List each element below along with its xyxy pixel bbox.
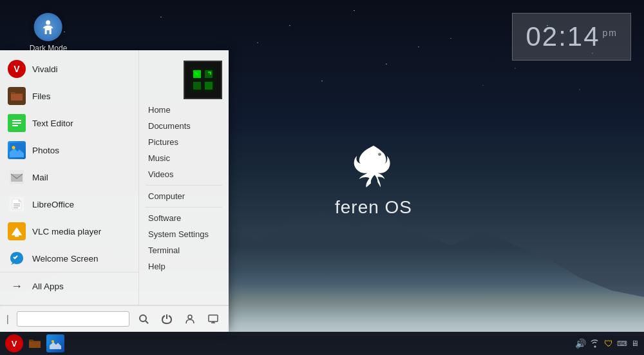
- place-music[interactable]: Music: [139, 150, 229, 166]
- clock-ampm: pm: [603, 28, 618, 38]
- feren-logo: feren OS: [335, 138, 412, 218]
- clock-time: 02:14pm: [526, 21, 618, 52]
- tray-keyboard[interactable]: ⌨: [617, 340, 627, 348]
- all-apps-icon: →: [8, 277, 26, 295]
- menu-item-vivaldi[interactable]: V Vivaldi: [0, 55, 138, 82]
- dark-mode-icon: [34, 13, 62, 41]
- svg-rect-17: [15, 235, 19, 237]
- vivaldi-label: Vivaldi: [32, 64, 58, 74]
- taskbar-photos[interactable]: [46, 334, 64, 352]
- svg-point-1: [46, 21, 51, 25]
- taskbar-photos-icon: [50, 338, 61, 349]
- taskbar-tray: 🔊 🛡 ⌨ 🖥: [575, 338, 639, 350]
- all-apps-item[interactable]: → All Apps: [0, 272, 138, 300]
- menu-search-button[interactable]: [135, 310, 153, 328]
- menu-bottom-bar: |: [0, 305, 229, 332]
- menu-item-libreoffice[interactable]: LibreOffice: [0, 191, 138, 218]
- tray-display[interactable]: 🖥: [631, 339, 639, 348]
- feren-bird-icon: [348, 138, 399, 189]
- svg-rect-5: [12, 125, 18, 126]
- menu-display-button[interactable]: [204, 310, 222, 328]
- taskbar-files-icon: [28, 336, 42, 350]
- desktop: feren OS 02:14pm Dark Mode V Vivaldi: [0, 0, 644, 355]
- svg-rect-22: [205, 82, 213, 90]
- vlc-svg-icon: [10, 224, 24, 238]
- welcome-icon: [8, 249, 26, 267]
- welcome-svg-icon: [9, 251, 24, 266]
- menu-places: Home Documents Pictures Music Videos Com…: [138, 50, 229, 305]
- clock-widget: 02:14pm: [512, 13, 631, 61]
- place-home[interactable]: Home: [139, 102, 229, 118]
- app-menu: V Vivaldi Files: [0, 50, 229, 332]
- texteditor-svg-icon: [10, 116, 24, 130]
- menu-item-vlc[interactable]: VLC media player: [0, 218, 138, 245]
- place-software[interactable]: Software: [139, 210, 229, 226]
- tray-shield[interactable]: 🛡: [604, 338, 613, 349]
- svg-point-8: [12, 146, 15, 149]
- menu-power-button[interactable]: [158, 310, 176, 328]
- taskbar-files[interactable]: [26, 334, 44, 352]
- svg-rect-4: [12, 122, 21, 124]
- user-icon: [185, 314, 195, 324]
- places-divider-1: [146, 185, 222, 186]
- texteditor-label: Text Editor: [32, 119, 73, 128]
- place-computer[interactable]: Computer: [139, 188, 229, 204]
- power-icon: [162, 314, 172, 324]
- svg-rect-20: [205, 70, 213, 78]
- taskbar: V 🔊: [0, 332, 644, 355]
- tray-speaker[interactable]: 🔊: [575, 338, 586, 349]
- display-icon: [208, 314, 218, 324]
- svg-point-23: [140, 315, 146, 321]
- places-top: [139, 55, 229, 102]
- photos-icon: [8, 141, 26, 159]
- svg-rect-26: [209, 315, 218, 321]
- svg-point-25: [188, 315, 192, 319]
- welcome-label: Welcome Screen: [32, 254, 99, 264]
- places-divider-2: [146, 207, 222, 207]
- menu-item-mail[interactable]: Mail: [0, 164, 138, 191]
- folder-icon: [10, 89, 24, 103]
- taskbar-vivaldi[interactable]: V: [5, 334, 23, 352]
- app-thumbnail: [184, 61, 222, 99]
- svg-point-0: [378, 153, 381, 156]
- svg-rect-21: [193, 82, 201, 90]
- vlc-icon: [8, 222, 26, 240]
- menu-top-section: V Vivaldi Files: [0, 50, 229, 305]
- svg-rect-14: [14, 207, 18, 208]
- menu-cursor-indicator: |: [6, 314, 9, 324]
- menu-item-welcome[interactable]: Welcome Screen: [0, 245, 138, 272]
- photos-svg-icon: [10, 143, 24, 157]
- files-icon: [8, 87, 26, 105]
- menu-search-input[interactable]: [17, 311, 129, 327]
- place-videos[interactable]: Videos: [139, 166, 229, 182]
- place-pictures[interactable]: Pictures: [139, 134, 229, 150]
- menu-user-button[interactable]: [181, 310, 199, 328]
- libreoffice-svg-icon: [10, 197, 24, 211]
- game-thumbnail-icon: [190, 67, 216, 93]
- svg-line-24: [146, 321, 148, 323]
- libreoffice-label: LibreOffice: [32, 200, 74, 209]
- wifi-icon: [590, 338, 600, 348]
- accessibility-icon: [40, 19, 57, 35]
- mail-svg-icon: [10, 170, 24, 184]
- menu-item-texteditor[interactable]: Text Editor: [0, 110, 138, 137]
- place-systemsettings[interactable]: System Settings: [139, 226, 229, 242]
- svg-point-31: [52, 340, 54, 343]
- place-documents[interactable]: Documents: [139, 118, 229, 134]
- menu-item-photos[interactable]: Photos: [0, 137, 138, 164]
- photos-label: Photos: [32, 146, 59, 155]
- vlc-label: VLC media player: [32, 227, 101, 236]
- tray-wifi[interactable]: [590, 338, 600, 350]
- texteditor-icon: [8, 114, 26, 132]
- svg-rect-3: [12, 120, 21, 121]
- mail-icon: [8, 168, 26, 186]
- menu-item-files[interactable]: Files: [0, 82, 138, 110]
- mail-label: Mail: [32, 173, 48, 182]
- all-apps-label: All Apps: [32, 282, 64, 291]
- place-terminal[interactable]: Terminal: [139, 242, 229, 258]
- dark-mode-button[interactable]: Dark Mode: [30, 13, 68, 53]
- svg-rect-13: [14, 206, 20, 206]
- place-help[interactable]: Help: [139, 258, 229, 274]
- svg-rect-12: [14, 204, 20, 204]
- menu-apps-list: V Vivaldi Files: [0, 50, 138, 305]
